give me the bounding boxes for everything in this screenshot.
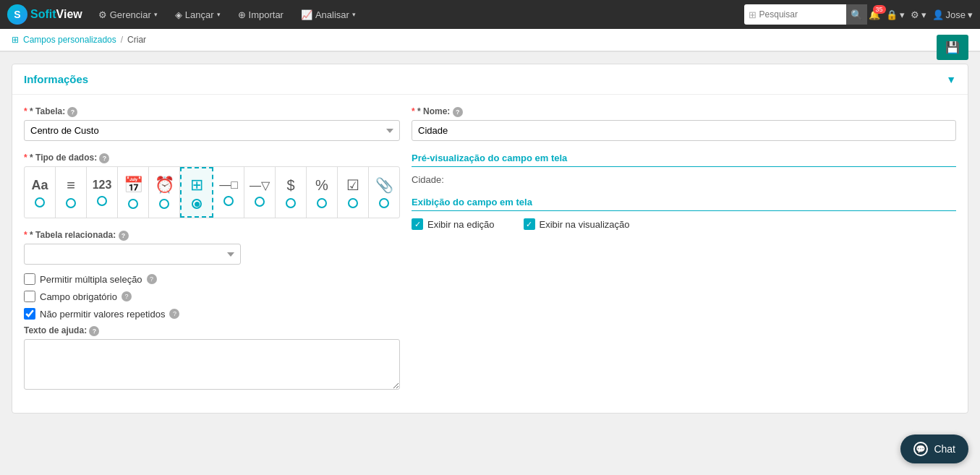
display-options: ✓ Exibir na edição ✓ Exibir na visualiza… (412, 218, 956, 230)
datatype-number[interactable]: 123 (87, 167, 118, 218)
logo-text: SofitView (30, 8, 82, 21)
attachment-radio[interactable] (379, 198, 389, 208)
relation-radio[interactable] (192, 199, 202, 209)
search-box: ⊞ 🔍 (744, 4, 860, 25)
texto-ajuda-textarea[interactable] (24, 339, 400, 390)
lancar-icon: ◈ (175, 9, 182, 20)
campo-obrigatorio-help[interactable]: ? (122, 291, 132, 301)
nao-permitir-help[interactable]: ? (169, 309, 179, 319)
tabela-rel-select[interactable] (24, 244, 241, 265)
tabela-select[interactable]: Centro de CustoOutro (24, 120, 400, 141)
date-radio[interactable] (128, 199, 138, 209)
currency-icon: $ (286, 177, 294, 194)
tabela-group: * * Tabela: ? Centro de CustoOutro (24, 106, 400, 141)
right-column: * * Nome: ? Pré-visualização do campo em… (412, 106, 956, 390)
textarea-radio[interactable] (66, 198, 76, 208)
card-body: * * Tabela: ? Centro de CustoOutro * * T… (12, 95, 968, 413)
lock-button[interactable]: 🔒▾ (886, 9, 905, 20)
datatype-lookup[interactable]: —□ (213, 167, 244, 218)
preview-title: Pré-visualização do campo em tela (412, 153, 956, 167)
select-icon: —▽ (250, 179, 270, 192)
search-input[interactable] (759, 9, 846, 20)
display-section: Exibição do campo em tela ✓ Exibir na ed… (412, 197, 956, 230)
datatype-currency[interactable]: $ (276, 167, 307, 218)
campo-obrigatorio-checkbox[interactable] (24, 291, 35, 302)
select-radio[interactable] (255, 197, 265, 207)
edicao-checkbox[interactable]: ✓ (412, 218, 423, 230)
breadcrumb-current: Criar (127, 35, 146, 45)
datatype-date[interactable]: 📅 (118, 167, 149, 218)
search-button[interactable]: 🔍 (846, 4, 867, 25)
card-title: Informações (24, 73, 88, 85)
permitir-multipla-row: Permitir múltipla seleção ? (24, 273, 400, 285)
collapse-icon[interactable]: ▼ (946, 74, 956, 85)
nome-group: * * Nome: ? (412, 106, 956, 141)
date-icon: 📅 (124, 176, 143, 194)
lookup-radio[interactable] (223, 196, 234, 206)
analisar-caret: ▾ (352, 11, 356, 18)
tabela-rel-help-icon[interactable]: ? (119, 231, 129, 241)
user-menu[interactable]: 👤 Jose ▾ (932, 9, 973, 20)
nao-permitir-row: Não permitir valores repetidos ? (24, 308, 400, 320)
datetime-radio[interactable] (159, 199, 169, 209)
datatype-percent[interactable]: % (307, 167, 338, 218)
lock-caret: ▾ (900, 9, 905, 20)
datatype-select[interactable]: —▽ (244, 167, 276, 218)
nav-importar[interactable]: ⊕ Importar (231, 0, 291, 29)
datatype-attachment[interactable]: 📎 (369, 167, 399, 218)
logo[interactable]: S SofitView (7, 4, 82, 25)
page-content: Informações ▼ * * Tabela: ? Centro de Cu… (0, 52, 980, 425)
attachment-icon: 📎 (375, 176, 393, 194)
datatype-textarea[interactable]: ≡ (56, 167, 87, 218)
settings-button[interactable]: ⚙▾ (911, 9, 926, 20)
percent-radio[interactable] (317, 198, 327, 208)
notification-badge: 35 (873, 5, 886, 14)
checkbox-radio[interactable] (348, 198, 358, 208)
topnav-right: 🔔35 🔒▾ ⚙▾ 👤 Jose ▾ (869, 9, 973, 20)
display-edicao: ✓ Exibir na edição (412, 218, 495, 230)
currency-radio[interactable] (286, 198, 296, 208)
breadcrumb-parent-link[interactable]: Campos personalizados (23, 35, 116, 45)
tipo-help-icon[interactable]: ? (99, 153, 109, 163)
datetime-icon: ⏰ (155, 176, 174, 194)
textarea-icon: ≡ (67, 177, 75, 194)
user-caret: ▾ (968, 9, 973, 20)
form-row-1: * * Tabela: ? Centro de CustoOutro * * T… (24, 106, 956, 390)
texto-ajuda-label: Texto de ajuda: ? (24, 325, 400, 336)
visualizacao-label: Exibir na visualização (540, 219, 630, 230)
tabela-rel-label: * * Tabela relacionada: ? (24, 230, 400, 241)
datatype-relation[interactable]: ⊞ (180, 167, 213, 218)
analisar-icon: 📈 (301, 9, 312, 20)
form-card: Informações ▼ * * Tabela: ? Centro de Cu… (12, 64, 968, 414)
datatype-checkbox[interactable]: ☑ (338, 167, 369, 218)
nao-permitir-checkbox[interactable] (24, 308, 35, 320)
visualizacao-checkbox[interactable]: ✓ (524, 218, 535, 230)
display-title: Exibição do campo em tela (412, 197, 956, 211)
card-header: Informações ▼ (12, 64, 968, 95)
number-icon: 123 (93, 179, 112, 192)
permitir-multipla-checkbox[interactable] (24, 273, 35, 285)
importar-icon: ⊕ (238, 9, 246, 20)
texto-ajuda-group: Texto de ajuda: ? (24, 325, 400, 390)
tabela-help-icon[interactable]: ? (67, 107, 77, 117)
tipo-group: * * Tipo de dados: ? Aa ≡ (24, 153, 400, 218)
datatype-text[interactable]: Aa (25, 167, 56, 218)
breadcrumb: ⊞ Campos personalizados / Criar (0, 29, 980, 51)
edicao-label: Exibir na edição (427, 219, 495, 230)
nome-help-icon[interactable]: ? (453, 107, 463, 117)
number-radio[interactable] (97, 196, 107, 206)
permitir-multipla-help[interactable]: ? (147, 274, 157, 284)
search-box-icon: ⊞ (749, 9, 757, 20)
nome-input[interactable] (412, 120, 956, 141)
gerenciar-caret: ▾ (154, 11, 158, 18)
nav-analisar[interactable]: 📈 Analisar ▾ (294, 0, 363, 29)
nav-gerenciar[interactable]: ⚙ Gerenciar ▾ (91, 0, 165, 29)
lancar-caret: ▾ (217, 11, 221, 18)
datatype-datetime[interactable]: ⏰ (149, 167, 180, 218)
tipo-label: * * Tipo de dados: ? (24, 153, 400, 163)
notification-button[interactable]: 🔔35 (869, 9, 880, 20)
settings-caret: ▾ (921, 9, 926, 20)
nav-lancar[interactable]: ◈ Lançar ▾ (168, 0, 228, 29)
texto-ajuda-help[interactable]: ? (89, 326, 99, 336)
text-radio[interactable] (35, 197, 45, 207)
